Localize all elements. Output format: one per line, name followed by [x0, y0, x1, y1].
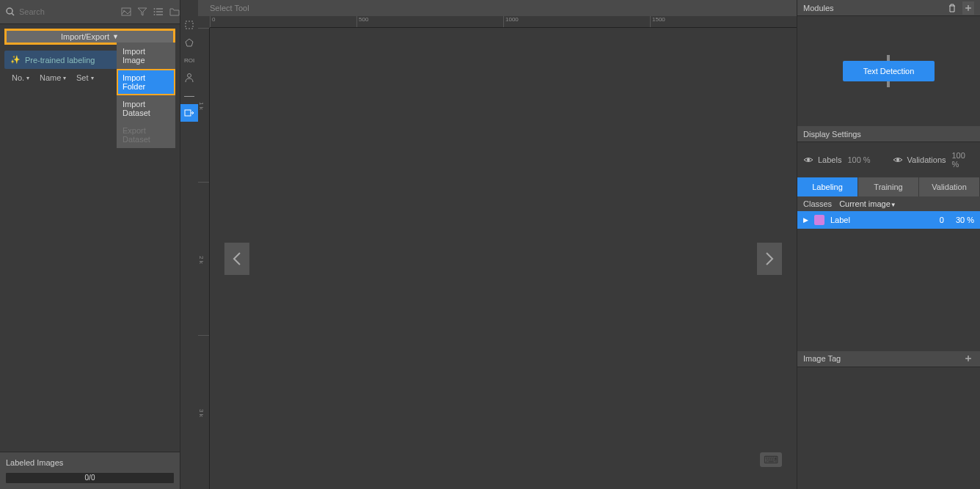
- col-no[interactable]: No.▾: [6, 73, 34, 82]
- class-count: 0: [940, 216, 944, 224]
- svg-point-0: [7, 8, 12, 14]
- next-image-button[interactable]: [757, 243, 782, 275]
- list-view-icon[interactable]: [153, 6, 164, 18]
- right-panel: Modules ＋ Text Detection Display Setting…: [797, 0, 980, 489]
- tool-separator: —: [180, 87, 198, 104]
- display-validations-toggle[interactable]: Validations 100 %: [893, 151, 975, 169]
- classes-list: [797, 229, 980, 351]
- search-icon: [6, 7, 15, 16]
- tool-name-label: Select Tool: [210, 4, 249, 12]
- image-tag-title: Image Tag: [803, 354, 841, 363]
- menu-export-dataset: Export Dataset: [117, 122, 175, 148]
- image-tag-body: [797, 367, 980, 490]
- left-panel: Import/Export ▼ Import Image Import Fold…: [0, 0, 180, 489]
- svg-point-14: [896, 158, 899, 161]
- thumbnail-view-icon[interactable]: [120, 6, 132, 18]
- import-export-label: Import/Export: [61, 32, 109, 41]
- modules-header: Modules ＋: [797, 0, 980, 16]
- svg-point-11: [188, 74, 191, 78]
- display-labels-toggle[interactable]: Labels 100 %: [803, 155, 885, 164]
- classes-scope-select[interactable]: Current image▼: [839, 199, 896, 208]
- menu-import-image[interactable]: Import Image: [117, 43, 175, 69]
- canvas-body: 0 500 1000 1500 1 k 2 k 3 k ⌨: [198, 16, 797, 489]
- display-settings-body: Labels 100 % Validations 100 %: [797, 142, 980, 177]
- search-input[interactable]: [19, 7, 120, 16]
- module-text-detection[interactable]: Text Detection: [843, 61, 935, 81]
- class-name-label: Label: [830, 216, 934, 224]
- progress-text: 0/0: [6, 473, 174, 483]
- labeled-images-section: Labeled Images 0/0: [0, 452, 180, 489]
- tool-strip: ROI —: [180, 0, 198, 489]
- tool-roi[interactable]: ROI: [180, 51, 198, 69]
- caret-down-icon: ▼: [112, 33, 119, 40]
- eye-icon: [803, 156, 813, 163]
- import-export-menu: Import Image Import Folder Import Datase…: [117, 43, 175, 148]
- menu-import-dataset[interactable]: Import Dataset: [117, 95, 175, 122]
- tab-validation[interactable]: Validation: [919, 177, 980, 196]
- tab-training[interactable]: Training: [858, 177, 919, 196]
- svg-point-9: [154, 14, 156, 15]
- folder-icon[interactable]: [169, 6, 180, 18]
- tool-polygon[interactable]: [180, 34, 198, 51]
- canvas-header: Select Tool: [198, 0, 797, 16]
- display-settings-title: Display Settings: [803, 130, 861, 139]
- delete-module-icon[interactable]: [948, 4, 959, 12]
- add-tag-icon[interactable]: ＋: [962, 352, 974, 365]
- canvas-area: Select Tool 0 500 1000 1500 1 k 2 k 3 k: [198, 0, 797, 489]
- col-set[interactable]: Set▾: [70, 73, 98, 82]
- add-module-icon[interactable]: ＋: [962, 1, 974, 15]
- canvas-viewport[interactable]: ⌨: [210, 28, 797, 489]
- svg-point-7: [154, 8, 156, 10]
- modules-body: Text Detection: [797, 16, 980, 126]
- ruler-vertical: 1 k 2 k 3 k: [198, 28, 210, 489]
- tab-labeling[interactable]: Labeling: [797, 177, 858, 196]
- svg-rect-12: [185, 110, 191, 116]
- tool-select[interactable]: [180, 16, 198, 34]
- progress-bar: 0/0: [6, 473, 174, 483]
- pretrained-label: Pre-trained labeling: [25, 56, 95, 65]
- image-tag-header: Image Tag ＋: [797, 351, 980, 367]
- wand-icon: ✨: [10, 55, 21, 65]
- ruler-horizontal: 0 500 1000 1500: [210, 16, 797, 28]
- eye-icon: [893, 156, 903, 163]
- keyboard-icon[interactable]: ⌨: [760, 452, 782, 467]
- tool-user[interactable]: [180, 69, 198, 87]
- mode-tabs: Labeling Training Validation: [797, 177, 980, 196]
- class-pct: 30 %: [956, 216, 974, 224]
- classes-label: Classes: [803, 199, 832, 208]
- classes-header: Classes Current image▼: [797, 196, 980, 211]
- import-export-button[interactable]: Import/Export ▼ Import Image Import Fold…: [4, 29, 175, 45]
- filter-icon[interactable]: [136, 6, 148, 18]
- svg-rect-2: [122, 8, 131, 15]
- menu-import-folder[interactable]: Import Folder: [117, 69, 175, 95]
- svg-point-13: [807, 158, 810, 161]
- search-bar: [0, 0, 180, 24]
- ruler-corner: [198, 16, 210, 28]
- display-settings-header: Display Settings: [797, 126, 980, 142]
- class-item[interactable]: ▶ Label 0 30 %: [797, 211, 980, 229]
- svg-line-1: [12, 13, 14, 15]
- class-color-swatch: [814, 215, 824, 225]
- svg-point-8: [154, 11, 156, 12]
- labeled-images-title: Labeled Images: [6, 458, 174, 467]
- prev-image-button[interactable]: [224, 243, 249, 275]
- modules-title: Modules: [803, 4, 834, 12]
- tool-expand[interactable]: [180, 104, 198, 122]
- expand-arrow-icon: ▶: [803, 216, 808, 224]
- col-name[interactable]: Name▾: [34, 73, 70, 82]
- svg-rect-10: [186, 21, 193, 29]
